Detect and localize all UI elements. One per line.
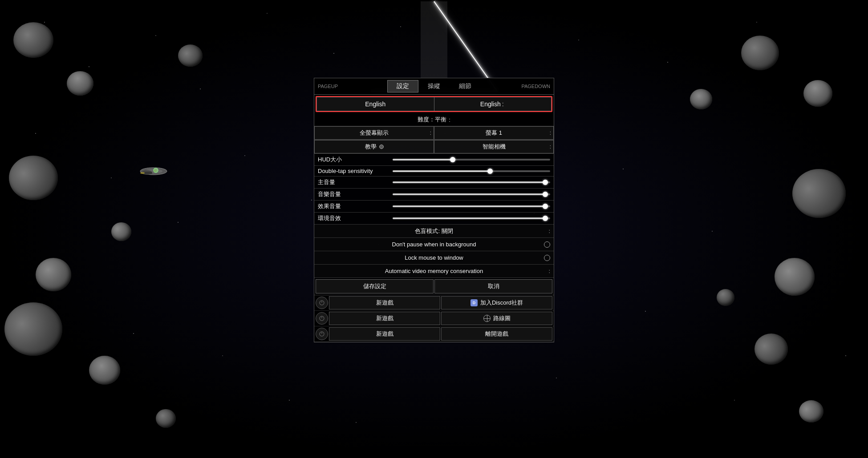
effects-volume-slider[interactable]	[393, 205, 550, 207]
discord-btn[interactable]: D 加入Discord社群	[441, 296, 552, 309]
ambient-volume-slider[interactable]	[393, 217, 550, 219]
save-cancel-row: 儲存設定 取消	[314, 278, 554, 295]
tab-controls[interactable]: 操縱	[418, 80, 450, 92]
new-game-btn-2[interactable]: 新遊戲	[329, 312, 440, 325]
ambient-volume-thumb[interactable]	[543, 216, 548, 221]
language-left-btn[interactable]: English	[316, 97, 434, 111]
tab-settings[interactable]: 設定	[387, 80, 418, 92]
asteroid-5	[4, 302, 62, 356]
tutorial-left-btn[interactable]: 教學	[314, 140, 434, 153]
music-volume-label: 音樂音量	[318, 190, 389, 198]
new-game-label-3: 新遊戲	[376, 330, 393, 338]
hud-size-thumb[interactable]	[450, 157, 455, 162]
auto-video-colon: :	[548, 268, 550, 274]
asteroid-3	[9, 156, 58, 200]
action-icon-2	[316, 312, 328, 325]
effects-volume-label: 效果音量	[318, 202, 389, 210]
lock-mouse-label: Lock mouse to window	[405, 254, 463, 261]
pagedown-label[interactable]: PAGEDOWN	[521, 84, 550, 89]
asteroid-11	[792, 169, 846, 218]
action-icon-3	[316, 328, 328, 340]
music-volume-fill	[393, 193, 545, 195]
language-left-value: English	[365, 100, 385, 108]
master-volume-row: 主音量	[314, 177, 554, 189]
tutorial-right-btn[interactable]: 智能相機 :	[434, 140, 554, 153]
roadmap-label: 路線圖	[493, 314, 511, 322]
fullscreen-colon: :	[430, 130, 431, 136]
globe-icon	[483, 315, 491, 322]
cancel-button[interactable]: 取消	[434, 279, 552, 293]
action-row-1: 新遊戲 D 加入Discord社群	[314, 295, 554, 311]
fullscreen-label: 全螢幕顯示	[360, 129, 389, 137]
difficulty-colon[interactable]: :	[449, 117, 450, 123]
roadmap-btn[interactable]: 路線圖	[441, 312, 552, 325]
asteroid-15	[717, 289, 734, 306]
asteroid-16	[799, 400, 823, 422]
main-panel: PAGEUP 設定 操縱 細節 PAGEDOWN English English…	[314, 78, 554, 342]
asteroid-8	[111, 222, 131, 241]
dont-pause-row[interactable]: Don't pause when in background	[314, 238, 554, 251]
new-game-label-1: 新遊戲	[376, 299, 393, 307]
quit-btn[interactable]: 離開遊戲	[441, 327, 552, 341]
double-tap-slider[interactable]	[393, 170, 550, 172]
asteroid-12	[775, 258, 815, 296]
asteroid-9	[741, 36, 779, 70]
difficulty-row[interactable]: 難度：平衡 :	[314, 113, 554, 126]
ambient-volume-row: 環境音效	[314, 213, 554, 225]
lock-mouse-row[interactable]: Lock mouse to window	[314, 251, 554, 265]
asteroid-7	[178, 44, 203, 67]
asteroid-14	[690, 89, 712, 109]
colorblind-label: 色盲模式: 關閉	[415, 227, 453, 235]
ambient-volume-label: 環境音效	[318, 214, 389, 222]
lock-mouse-checkbox[interactable]	[544, 255, 550, 261]
double-tap-row: Double-tap sensitivity	[314, 166, 554, 177]
auto-video-row[interactable]: Automatic video memory conservation :	[314, 265, 554, 278]
svg-point-6	[154, 169, 156, 172]
master-volume-thumb[interactable]	[543, 180, 548, 185]
language-right-btn[interactable]: English :	[434, 97, 552, 111]
music-volume-slider[interactable]	[393, 193, 550, 195]
new-game-btn-3[interactable]: 新遊戲	[329, 327, 440, 341]
language-indicator: :	[501, 100, 505, 108]
hud-size-label: HUD大小	[318, 156, 389, 164]
dont-pause-checkbox[interactable]	[544, 241, 550, 248]
hud-size-slider[interactable]	[393, 159, 550, 161]
screen-colon: :	[550, 130, 551, 136]
quit-label: 離開遊戲	[485, 330, 508, 338]
discord-icon: D	[471, 299, 478, 306]
ambient-volume-fill	[393, 217, 545, 219]
new-game-btn-1[interactable]: 新遊戲	[329, 296, 440, 309]
master-volume-fill	[393, 181, 545, 183]
asteroid-10	[803, 80, 832, 107]
pageup-label[interactable]: PAGEUP	[318, 84, 338, 89]
music-volume-thumb[interactable]	[543, 192, 548, 197]
language-row: English English :	[316, 96, 552, 112]
master-volume-slider[interactable]	[393, 181, 550, 183]
colorblind-row[interactable]: 色盲模式: 關閉 :	[314, 225, 554, 238]
double-tap-label: Double-tap sensitivity	[318, 168, 389, 174]
master-volume-label: 主音量	[318, 178, 389, 186]
dont-pause-label: Don't pause when in background	[392, 241, 476, 248]
action-row-2: 新遊戲 路線圖	[314, 311, 554, 326]
fullscreen-left-btn[interactable]: 全螢幕顯示 :	[314, 126, 434, 140]
discord-label: 加入Discord社群	[480, 299, 523, 307]
asteroid-17	[156, 409, 176, 428]
tab-details[interactable]: 細節	[450, 80, 481, 92]
asteroid-13	[754, 333, 788, 365]
asteroid-4	[36, 258, 71, 291]
hud-size-fill	[393, 159, 453, 161]
double-tap-thumb[interactable]	[487, 169, 493, 174]
new-game-label-2: 新遊戲	[376, 314, 393, 322]
action-icon-1	[316, 297, 328, 309]
fullscreen-row: 全螢幕顯示 : 螢幕 1 :	[314, 126, 554, 140]
spaceship	[138, 165, 165, 176]
effects-volume-row: 效果音量	[314, 201, 554, 213]
effects-volume-thumb[interactable]	[543, 204, 548, 209]
save-button[interactable]: 儲存設定	[316, 279, 434, 293]
fullscreen-right-btn[interactable]: 螢幕 1 :	[434, 126, 554, 140]
tutorial-label: 教學	[365, 143, 377, 151]
effects-volume-fill	[393, 205, 545, 207]
difficulty-label: 難度：平衡	[418, 116, 446, 124]
svg-point-7	[140, 172, 145, 174]
asteroid-2	[67, 71, 93, 96]
